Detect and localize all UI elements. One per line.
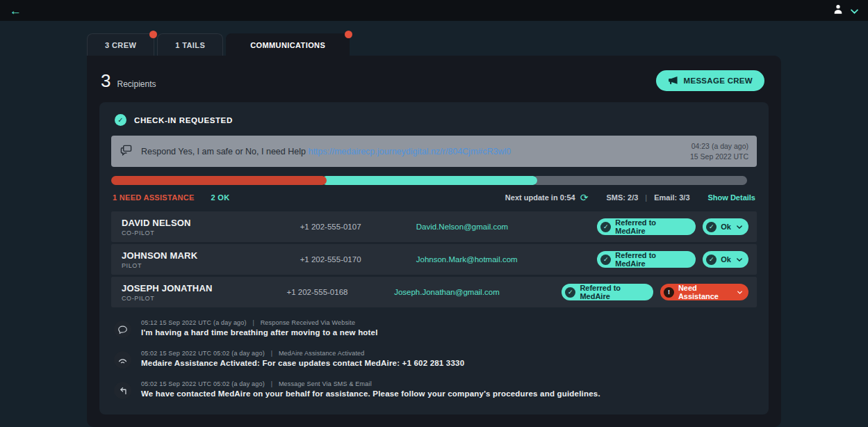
crew-name: JOSEPH JONATHAN bbox=[122, 283, 287, 293]
referred-badge: ✓ Referred to MedAire bbox=[597, 218, 696, 235]
timeline-message: I'm having a hard time breathing after m… bbox=[141, 328, 378, 337]
recipient-summary: 3 Recipients bbox=[101, 70, 156, 92]
megaphone-icon bbox=[668, 76, 678, 86]
timeline-meta: 05:02 15 Sep 2022 UTC 05:02 (a day ago) … bbox=[141, 380, 600, 387]
timeline-channel: Message Sent Via SMS & Email bbox=[279, 380, 372, 387]
chevron-down-icon[interactable] bbox=[851, 4, 858, 17]
timeline-entry: 05:12 15 Sep 2022 UTC (a day ago) | Resp… bbox=[111, 313, 757, 344]
crew-row: JOSEPH JONATHAN CO-PILOT +1 202-555-0168… bbox=[111, 277, 757, 307]
notification-dot bbox=[345, 31, 352, 38]
tab-tails-label: 1 TAILS bbox=[175, 41, 205, 49]
crew-role: CO-PILOT bbox=[122, 295, 287, 302]
divider: | bbox=[252, 319, 254, 326]
crew-name: JOHNSON MARK bbox=[122, 250, 300, 261]
card-header: 3 Recipients MESSAGE CREW bbox=[99, 66, 769, 95]
account-menu[interactable] bbox=[833, 3, 858, 17]
timeline-channel: Response Received Via Website bbox=[261, 319, 356, 326]
chat-bubbles-icon bbox=[120, 144, 133, 159]
communications-card: 3 Recipients MESSAGE CREW ✓ CHECK-IN REQ… bbox=[87, 56, 781, 427]
timeline-message: We have contacted MedAire on your behalf… bbox=[141, 389, 600, 398]
top-bar: ← bbox=[0, 0, 868, 21]
need-assistance-count: 1 NEED ASSISTANCE bbox=[113, 193, 195, 202]
crew-phone: +1 202-555-0107 bbox=[300, 223, 416, 231]
check-icon: ✓ bbox=[600, 222, 611, 232]
check-in-time: 04:23 (a day ago) bbox=[690, 141, 748, 152]
sms-count: SMS: 2/3 bbox=[606, 193, 638, 202]
check-icon: ✓ bbox=[600, 255, 611, 265]
alert-icon: ! bbox=[664, 287, 674, 298]
check-in-message-text: Respond Yes, I am safe or No, I need Hel… bbox=[141, 147, 682, 156]
status-badge-need-assistance[interactable]: ! Need Assistance bbox=[660, 284, 748, 300]
crew-row: DAVID NELSON CO-PILOT +1 202-555-0107 Da… bbox=[111, 211, 757, 242]
back-arrow-icon[interactable]: ← bbox=[10, 5, 22, 17]
refresh-icon[interactable]: ⟳ bbox=[580, 192, 589, 203]
crew-identity: DAVID NELSON CO-PILOT bbox=[122, 218, 300, 236]
progress-segment-no-response bbox=[532, 176, 747, 185]
divider: | bbox=[271, 350, 273, 357]
check-in-panel: ✓ CHECK-IN REQUESTED Respond Yes, I am s… bbox=[99, 102, 769, 414]
message-crew-button[interactable]: MESSAGE CREW bbox=[656, 70, 764, 91]
status-badge-ok[interactable]: ✓ Ok bbox=[703, 251, 748, 268]
chevron-down-icon bbox=[737, 291, 742, 294]
chevron-down-icon bbox=[737, 225, 742, 229]
timeline-meta: 05:12 15 Sep 2022 UTC (a day ago) | Resp… bbox=[141, 319, 378, 326]
progress-bar bbox=[111, 176, 757, 185]
tab-bar: 3 CREW 1 TAILS COMMUNICATIONS bbox=[87, 33, 868, 56]
timeline-channel: MedAire Assistance Activated bbox=[279, 350, 365, 357]
app-root: { "colors": { "accent": "#5ce8cf", "aler… bbox=[0, 0, 868, 427]
tab-crew-label: 3 CREW bbox=[105, 41, 136, 49]
crew-role: PILOT bbox=[122, 262, 300, 269]
timeline-timestamp: 05:12 15 Sep 2022 UTC (a day ago) bbox=[141, 319, 247, 326]
delivery-counts: SMS: 2/3 | Email: 3/3 bbox=[606, 193, 689, 202]
crew-email[interactable]: David.Nelson@gmail.com bbox=[416, 223, 598, 231]
check-in-header: ✓ CHECK-IN REQUESTED bbox=[111, 113, 757, 126]
timeline-timestamp: 05:02 15 Sep 2022 UTC 05:02 (a day ago) bbox=[141, 380, 265, 387]
tab-communications[interactable]: COMMUNICATIONS bbox=[226, 33, 350, 56]
crew-list: DAVID NELSON CO-PILOT +1 202-555-0107 Da… bbox=[111, 211, 757, 307]
timeline: 05:12 15 Sep 2022 UTC (a day ago) | Resp… bbox=[111, 313, 757, 405]
divider: | bbox=[645, 193, 647, 202]
next-update: Next update in 0:54 ⟳ bbox=[505, 192, 589, 203]
tab-tails[interactable]: 1 TAILS bbox=[157, 33, 223, 56]
timeline-entry: 05:02 15 Sep 2022 UTC 05:02 (a day ago) … bbox=[111, 374, 757, 405]
timeline-message: Medaire Assistance Activated: For case u… bbox=[141, 359, 464, 367]
reply-arrow-icon bbox=[114, 382, 131, 399]
tab-crew[interactable]: 3 CREW bbox=[87, 33, 154, 56]
status-right: Next update in 0:54 ⟳ SMS: 2/3 | Email: … bbox=[505, 192, 755, 203]
crew-row: JOHNSON MARK PILOT +1 202-555-0170 Johns… bbox=[111, 244, 757, 275]
crew-badges: ✓ Referred to MedAire ✓ Ok bbox=[597, 251, 748, 268]
crew-role: CO-PILOT bbox=[122, 229, 300, 236]
recipient-count: 3 bbox=[101, 70, 110, 92]
timeline-timestamp: 05:02 15 Sep 2022 UTC 05:02 (a day ago) bbox=[141, 350, 265, 357]
user-icon[interactable] bbox=[833, 3, 844, 17]
referred-badge: ✓ Referred to MedAire bbox=[597, 251, 696, 268]
check-icon: ✓ bbox=[706, 255, 716, 265]
check-in-date: 15 Sep 2022 UTC bbox=[690, 152, 748, 162]
crew-identity: JOSEPH JONATHAN CO-PILOT bbox=[122, 283, 287, 302]
timeline-entry-body: 05:12 15 Sep 2022 UTC (a day ago) | Resp… bbox=[141, 319, 378, 337]
check-circle-icon: ✓ bbox=[115, 114, 126, 126]
show-details-link[interactable]: Show Details bbox=[708, 193, 755, 202]
check-in-title: CHECK-IN REQUESTED bbox=[134, 116, 233, 124]
crew-badges: ✓ Referred to MedAire ✓ Ok bbox=[597, 218, 748, 235]
tab-communications-label: COMMUNICATIONS bbox=[250, 41, 325, 49]
referred-badge: ✓ Referred to MedAire bbox=[562, 284, 653, 300]
timeline-entry-body: 05:02 15 Sep 2022 UTC 05:02 (a day ago) … bbox=[141, 380, 600, 398]
crew-name: DAVID NELSON bbox=[122, 218, 300, 228]
check-icon: ✓ bbox=[565, 287, 575, 298]
ok-count: 2 OK bbox=[211, 193, 230, 202]
check-in-link[interactable]: https://medairecp.journeydigital.nz/r/80… bbox=[308, 147, 511, 156]
timeline-entry-body: 05:02 15 Sep 2022 UTC 05:02 (a day ago) … bbox=[141, 350, 464, 367]
chevron-down-icon bbox=[737, 258, 742, 261]
status-badge-ok[interactable]: ✓ Ok bbox=[703, 218, 748, 235]
crew-phone: +1 202-555-0170 bbox=[300, 255, 416, 264]
message-crew-label: MESSAGE CREW bbox=[684, 76, 753, 85]
crew-email[interactable]: Joseph.Jonathan@gmail.com bbox=[394, 288, 562, 296]
check-in-message-bar: Respond Yes, I am safe or No, I need Hel… bbox=[111, 136, 757, 167]
recipient-label: Recipients bbox=[117, 79, 156, 89]
crew-identity: JOHNSON MARK PILOT bbox=[122, 250, 300, 269]
crew-email[interactable]: Johnson.Mark@hotmail.com bbox=[416, 255, 598, 264]
crew-badges: ✓ Referred to MedAire ! Need Assistance bbox=[562, 284, 748, 300]
progress-segment-ok bbox=[322, 176, 537, 185]
divider: | bbox=[271, 380, 273, 387]
